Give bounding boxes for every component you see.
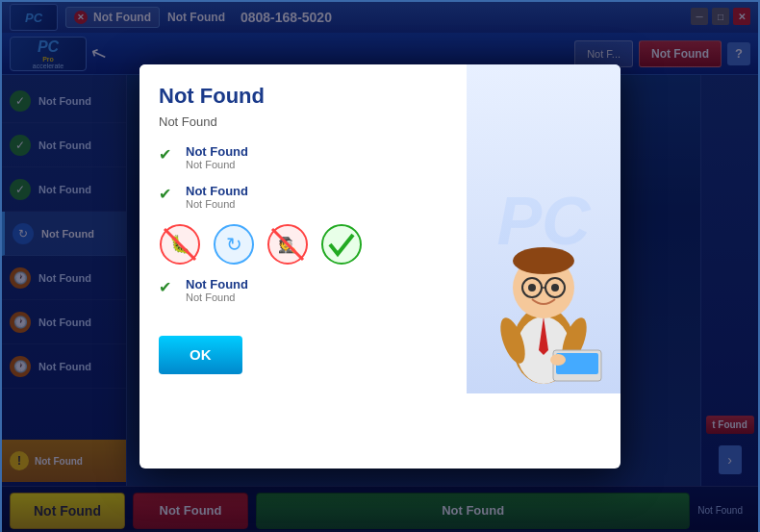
modal-item-title-2: Not Found [186,184,248,198]
modal-overlay: Not Found Not Found ✔ Not Found Not Foun… [2,2,758,530]
modal-item-3: ✔ Not Found Not Found [159,277,447,303]
svg-point-8 [322,225,361,264]
svg-point-17 [528,284,536,291]
svg-text:↻: ↻ [226,234,242,255]
modal-item-content-2: Not Found Not Found [186,184,248,210]
modal-inner: Not Found Not Found ✔ Not Found Not Foun… [139,64,621,393]
modal-left: Not Found Not Found ✔ Not Found Not Foun… [139,64,467,393]
modal-item-sub-1: Not Found [186,159,248,170]
modal-item-1: ✔ Not Found Not Found [159,144,447,170]
no-bug-icon: 🐛 [159,223,201,266]
modal-subtitle: Not Found [159,114,447,129]
modal-item-content-1: Not Found Not Found [186,144,248,170]
modal-item-title-3: Not Found [186,277,248,291]
svg-point-13 [513,247,574,274]
modal-item-2: ✔ Not Found Not Found [159,184,447,210]
no-spy-icon: 🕵 [266,223,309,266]
modal-item-sub-3: Not Found [186,291,248,303]
green-check-icon [320,223,363,266]
svg-point-18 [551,284,559,291]
modal-right: PC [467,64,621,393]
svg-point-23 [550,354,566,366]
main-window: PC ✕ Not Found Not Found 0808-168-5020 ─… [0,0,760,532]
modal-item-title-1: Not Found [186,144,248,159]
character-illustration [476,191,611,393]
modal-check-icon-1: ✔ [159,145,178,165]
sync-refresh-icon: ↻ [213,223,255,266]
modal-dialog: Not Found Not Found ✔ Not Found Not Foun… [139,64,621,469]
modal-item-content-3: Not Found Not Found [186,277,248,303]
modal-icons-row: 🐛 ↻ [159,223,447,266]
modal-check-icon-3: ✔ [159,278,178,297]
modal-check-icon-2: ✔ [159,185,178,204]
modal-item-sub-2: Not Found [186,198,248,210]
modal-ok-button[interactable]: OK [159,336,242,374]
modal-title: Not Found [159,84,447,109]
